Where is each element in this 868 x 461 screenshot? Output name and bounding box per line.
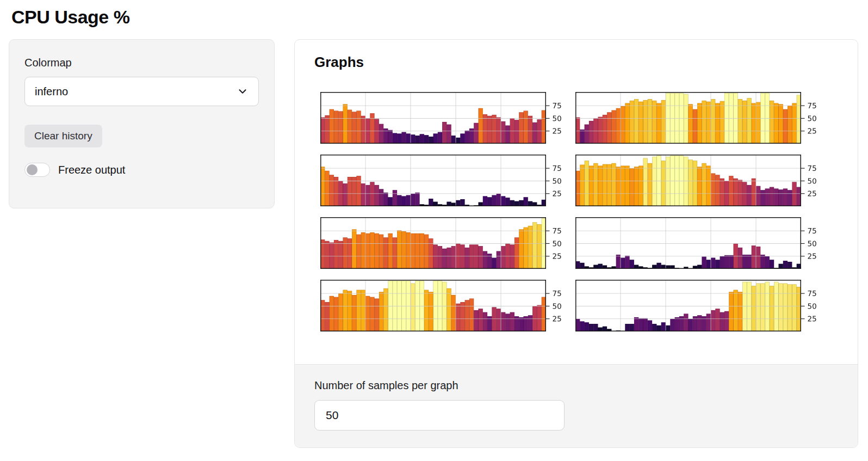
cpu-usage-graph-1 (320, 92, 575, 144)
freeze-output-toggle[interactable] (24, 163, 50, 177)
chart-cell (575, 92, 830, 144)
colormap-select-value: inferno (35, 85, 68, 98)
freeze-output-label: Freeze output (58, 164, 125, 176)
samples-section: Number of samples per graph (295, 364, 858, 447)
chart-cell (575, 217, 830, 269)
graphs-panel: Graphs Number of samples per graph (294, 39, 858, 448)
toggle-knob (27, 164, 38, 175)
colormap-label: Colormap (24, 56, 259, 70)
cpu-usage-graph-6 (575, 217, 830, 269)
colormap-select[interactable]: inferno (24, 77, 259, 106)
chart-cell (575, 280, 830, 331)
chart-cell (320, 92, 575, 144)
samples-input[interactable] (314, 400, 565, 431)
chart-cell (320, 155, 575, 206)
control-panel: Colormap inferno Clear history Freeze ou… (9, 39, 275, 208)
cpu-usage-graph-2 (575, 92, 830, 144)
cpu-usage-graph-4 (575, 155, 830, 206)
cpu-usage-graph-3 (320, 155, 575, 206)
graphs-heading: Graphs (314, 54, 364, 71)
cpu-usage-graph-8 (575, 280, 830, 331)
cpu-usage-graph-5 (320, 217, 575, 269)
chart-cell (320, 280, 575, 331)
freeze-output-row: Freeze output (24, 163, 259, 177)
page-title: CPU Usage % (11, 7, 129, 28)
clear-history-button[interactable]: Clear history (24, 125, 102, 147)
chevron-down-icon (237, 85, 249, 97)
samples-label: Number of samples per graph (314, 379, 838, 392)
cpu-usage-graph-7 (320, 280, 575, 331)
chart-cell (575, 155, 830, 206)
charts-grid (320, 92, 830, 331)
chart-cell (320, 217, 575, 269)
